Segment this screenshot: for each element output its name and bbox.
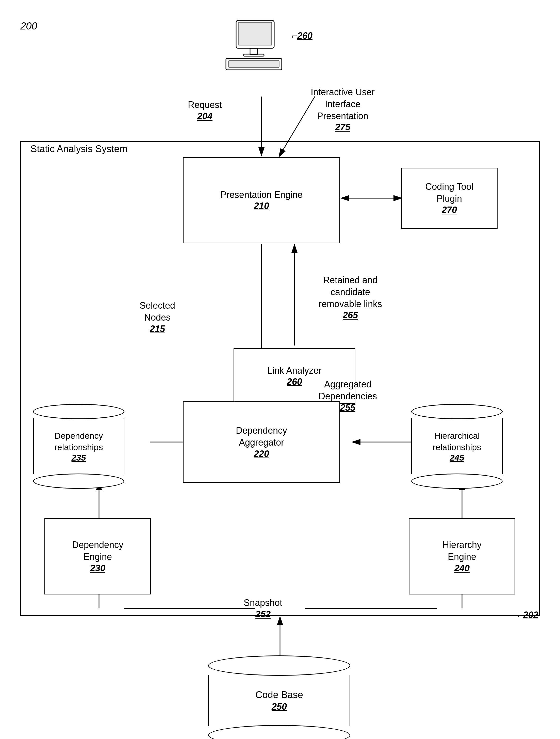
- diagram: 200 ⌐260 Request 204 Interactive UserInt…: [0, 0, 560, 739]
- svg-rect-20: [244, 54, 264, 56]
- dependency-aggregator-box: DependencyAggregator 220: [183, 401, 340, 483]
- hierarchical-relationships-cylinder: Hierarchicalrelationships 245: [411, 404, 503, 489]
- code-base-cylinder: Code Base 250: [208, 655, 350, 739]
- computer-ref-label: ⌐260: [292, 30, 313, 41]
- retained-links-label: Retained andcandidateremovable links 265: [310, 274, 391, 321]
- presentation-engine-box: Presentation Engine 210: [183, 157, 340, 243]
- system-ref: ⌐202: [518, 610, 538, 620]
- computer-icon: [221, 18, 287, 75]
- system-boundary-label: Static Analysis System: [30, 144, 128, 154]
- diagram-ref: 200: [20, 20, 37, 32]
- snapshot-label: Snapshot 252: [244, 597, 282, 620]
- svg-rect-19: [250, 48, 258, 54]
- svg-rect-22: [228, 60, 279, 67]
- interactive-ui-label: Interactive UserInterface Presentation 2…: [305, 87, 381, 133]
- selected-nodes-label: SelectedNodes 215: [140, 300, 175, 334]
- coding-tool-box: Coding ToolPlugin 270: [401, 168, 498, 229]
- dependency-engine-box: DependencyEngine 230: [44, 518, 151, 594]
- hierarchy-engine-box: HierarchyEngine 240: [409, 518, 515, 594]
- svg-rect-18: [239, 22, 271, 45]
- request-label: Request 204: [188, 99, 222, 122]
- dependency-relationships-cylinder: Dependencyrelationships 235: [33, 404, 124, 489]
